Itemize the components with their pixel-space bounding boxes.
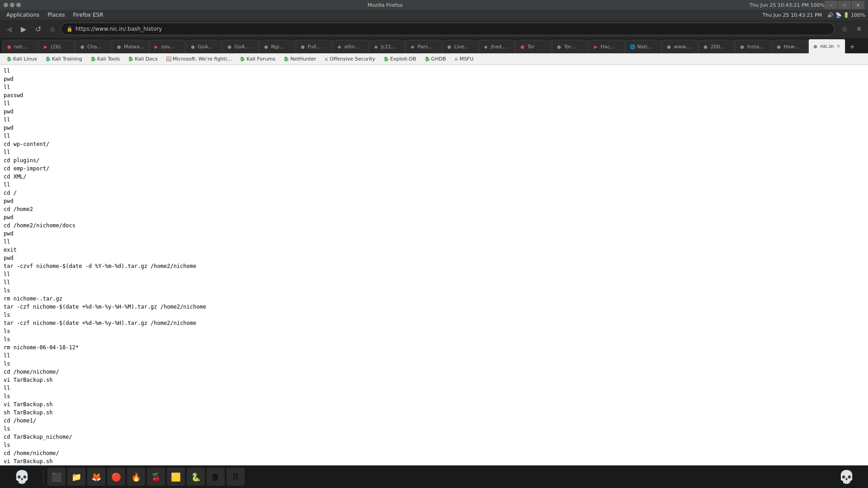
- reload-button[interactable]: ↺: [32, 23, 44, 35]
- tab-favicon: ●: [812, 43, 819, 50]
- tab-GoA---[interactable]: ●GoA...: [222, 40, 259, 53]
- bookmark-microsoft--we-re-fighti---[interactable]: 🪟Microsoft: We're fighti...: [162, 55, 236, 64]
- menu-firefox[interactable]: Firefox ESR: [69, 11, 107, 19]
- tab-favicon: ◆: [336, 44, 343, 50]
- tab-favicon: ▶: [42, 44, 49, 50]
- tab-title: jc21...: [381, 44, 401, 50]
- tab-Tor[interactable]: ●Tor: [515, 40, 552, 53]
- tab-Cha---[interactable]: ●Cha...: [75, 40, 111, 53]
- home-button[interactable]: ⌂: [46, 23, 59, 35]
- tab-favicon: ●: [226, 44, 233, 50]
- new-tab-button[interactable]: +: [846, 41, 859, 53]
- content-area[interactable]: ll pwd ll passwd ll pwd ll pwd ll cd wp-…: [0, 65, 868, 465]
- bookmark-offensive-security[interactable]: ⚔Offensive Security: [321, 55, 379, 64]
- bookmark-kali-training[interactable]: 🐉Kali Training: [42, 55, 86, 64]
- bookmark-kali-docs[interactable]: 🐉Kali Docs: [124, 55, 161, 64]
- bookmark-ghdb[interactable]: 🐉GHDB: [421, 55, 450, 64]
- taskbar-sublime[interactable]: 🟨: [167, 468, 185, 486]
- tab-title: Tor...: [564, 44, 584, 50]
- bookmark-favicon: 🐉: [425, 56, 430, 61]
- menu-applications[interactable]: Applications: [3, 11, 43, 19]
- address-bar[interactable]: 🔒 https://www.nic.in/.bash_history: [61, 23, 835, 35]
- window-controls[interactable]: − □ ✕: [825, 1, 864, 9]
- tab-jhad---[interactable]: ◆jhad...: [479, 40, 515, 53]
- bookmark-favicon: 🪟: [166, 56, 171, 61]
- tab-Insta---[interactable]: ●Insta...: [735, 40, 771, 53]
- taskbar-terminal[interactable]: ⬛: [47, 468, 66, 486]
- tab-favicon: ●: [703, 44, 709, 50]
- bookmark-label: Exploit-DB: [390, 56, 416, 62]
- close-button[interactable]: ✕: [852, 1, 864, 9]
- taskbar-msf[interactable]: 🔴: [107, 468, 125, 486]
- taskbar-trash[interactable]: 🗑: [207, 468, 225, 486]
- tab-title: (26): [51, 44, 71, 50]
- tab-favicon: ◆: [410, 44, 416, 50]
- bookmark-kali-forums[interactable]: 🐉Kali Forums: [236, 55, 279, 64]
- tab-title: not...: [14, 44, 34, 50]
- tab-www---[interactable]: ●www...: [662, 40, 698, 53]
- taskbar: 💀 ⬛📁🦊🔴🔥🍒🟨🐍🗑⠿ 💀: [0, 465, 868, 488]
- tab-favicon: ●: [190, 44, 196, 50]
- battery: 100%: [811, 2, 825, 8]
- bookmark-kali-tools[interactable]: 🐉Kali Tools: [87, 55, 123, 64]
- tab-Hac---[interactable]: ▶Hac...: [589, 40, 625, 53]
- tab-title: allin...: [344, 44, 364, 50]
- address-text: https://www.nic.in/.bash_history: [75, 26, 162, 32]
- tab-Nati---[interactable]: 🌐Nati...: [625, 40, 661, 53]
- tab-How---[interactable]: ●How...: [772, 40, 808, 53]
- back-button[interactable]: ◀: [3, 23, 15, 35]
- tab-title: GoA...: [235, 44, 255, 50]
- tab-Tor---[interactable]: ●Tor...: [552, 40, 588, 53]
- tab-not---[interactable]: ●not...: [2, 40, 38, 53]
- taskbar-files[interactable]: 📁: [67, 468, 85, 486]
- tab-title: Live...: [454, 44, 474, 50]
- tab-GoA---[interactable]: ●GoA...: [186, 40, 222, 53]
- maximize-button[interactable]: □: [838, 1, 851, 9]
- tab-close[interactable]: ✕: [835, 43, 841, 49]
- bookmarks-button[interactable]: ☆: [838, 23, 851, 35]
- system-datetime: Thu Jun 25 10:43:21 PM: [763, 12, 822, 18]
- menu-places[interactable]: Places: [44, 11, 68, 19]
- tab-Malwa---[interactable]: ●Malwa...: [112, 40, 149, 53]
- tab--26-[interactable]: ▶(26): [38, 40, 75, 53]
- bookmark-favicon: 🐉: [90, 56, 96, 61]
- tab-Live---[interactable]: ●Live...: [442, 40, 478, 53]
- tab-nic-in[interactable]: ●nic.in✕: [808, 39, 846, 53]
- tab-Pars---[interactable]: ◆Pars...: [406, 40, 442, 53]
- forward-button[interactable]: ▶: [17, 23, 30, 35]
- tab-favicon: ●: [556, 44, 562, 50]
- bash-history: ll pwd ll passwd ll pwd ll pwd ll cd wp-…: [4, 67, 864, 465]
- tab-jc21---[interactable]: ◆jc21...: [369, 40, 405, 53]
- tab-sav---[interactable]: ▶sav...: [149, 40, 185, 53]
- tab-allin---[interactable]: ◆allin...: [332, 40, 368, 53]
- tab-200---[interactable]: ●200...: [698, 40, 735, 53]
- tab-title: How...: [784, 44, 804, 50]
- bookmark-nethunter[interactable]: 🐉NetHunter: [280, 55, 320, 64]
- bookmark-label: MSFU: [459, 56, 473, 62]
- tab-title: jhad...: [491, 44, 511, 50]
- tab-favicon: 🌐: [629, 44, 636, 50]
- bookmark-msfu[interactable]: ⚔MSFU: [450, 55, 477, 64]
- minimize-button[interactable]: −: [825, 1, 837, 9]
- bookmarks-bar: 🐉Kali Linux🐉Kali Training🐉Kali Tools🐉Kal…: [0, 53, 868, 65]
- bookmark-kali-linux[interactable]: 🐉Kali Linux: [3, 55, 41, 64]
- taskbar-apps[interactable]: ⠿: [226, 468, 245, 486]
- toolbar-right: ☆ ≡: [838, 23, 865, 35]
- bookmark-exploit-db[interactable]: 🐉Exploit-DB: [380, 55, 420, 64]
- taskbar-burp[interactable]: 🔥: [127, 468, 145, 486]
- hamburger-button[interactable]: ≡: [853, 23, 865, 35]
- tab-favicon: ▶: [153, 44, 160, 50]
- taskbar-pycharm[interactable]: 🐍: [187, 468, 205, 486]
- tab-Ngi---[interactable]: ●Ngi...: [259, 40, 295, 53]
- tab-title: www...: [674, 44, 694, 50]
- tab-Full---[interactable]: ●Full...: [296, 40, 332, 53]
- bookmark-favicon: 🐉: [6, 56, 12, 61]
- bookmark-favicon: 🐉: [283, 56, 289, 61]
- tab-favicon: ●: [739, 44, 745, 50]
- bookmark-label: NetHunter: [290, 56, 316, 62]
- taskbar-firefox[interactable]: 🦊: [87, 468, 105, 486]
- taskbar-cherry[interactable]: 🍒: [147, 468, 165, 486]
- tab-favicon: ●: [666, 44, 672, 50]
- tab-favicon: ●: [6, 44, 12, 50]
- bookmark-favicon: 🐉: [383, 56, 389, 61]
